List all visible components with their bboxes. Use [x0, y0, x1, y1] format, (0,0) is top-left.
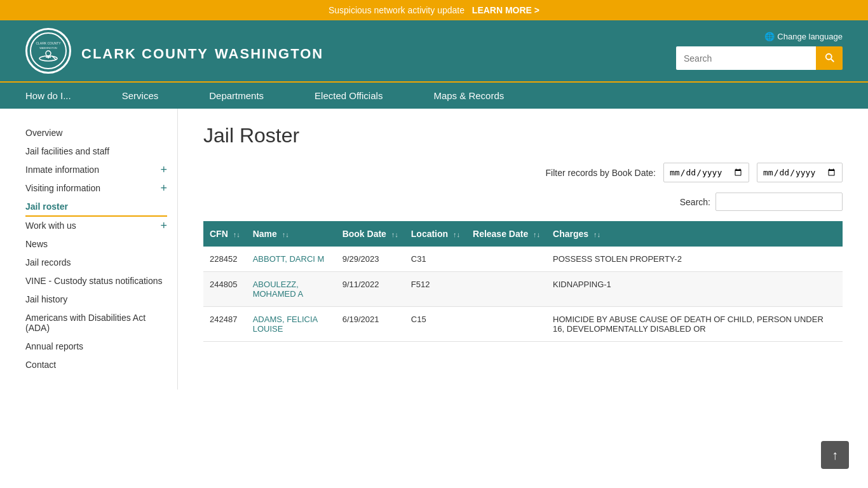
sidebar-item-jail-facilities[interactable]: Jail facilities and staff — [25, 142, 167, 161]
cell-location: C31 — [405, 247, 466, 272]
table-header: CFN ↑↓ Name ↑↓ Book Date ↑↓ Location ↑↓ … — [203, 221, 843, 247]
roster-table: CFN ↑↓ Name ↑↓ Book Date ↑↓ Location ↑↓ … — [203, 221, 843, 342]
table-row: 228452 ABBOTT, DARCI M 9/29/2023 C31 POS… — [203, 247, 843, 272]
sidebar-item-work-with-us: Work with us + — [25, 217, 167, 235]
col-cfn[interactable]: CFN ↑↓ — [203, 221, 247, 247]
filter-row: Filter records by Book Date: — [203, 163, 843, 182]
top-banner: Suspicious network activity update LEARN… — [0, 0, 868, 20]
sidebar-item-jail-roster[interactable]: Jail roster — [25, 198, 167, 217]
table-search-input[interactable] — [715, 193, 843, 211]
sidebar-item-vine[interactable]: VINE - Custody status notifications — [25, 272, 167, 290]
cell-charges: KIDNAPPING-1 — [546, 272, 843, 307]
col-name[interactable]: Name ↑↓ — [247, 221, 336, 247]
nav-elected-officials[interactable]: Elected Officials — [289, 83, 408, 109]
name-link[interactable]: ABBOTT, DARCI M — [253, 254, 325, 264]
logo: CLARK COUNTY WASHINGTON — [25, 28, 71, 74]
name-link[interactable]: ABOULEZZ, MOHAMED A — [253, 280, 303, 299]
change-language-button[interactable]: 🌐 Change language — [764, 32, 843, 41]
filter-date-to[interactable] — [757, 163, 843, 182]
cell-cfn: 228452 — [203, 247, 247, 272]
name-link[interactable]: ADAMS, FELICIA LOUISE — [253, 315, 318, 334]
col-release-date[interactable]: Release Date ↑↓ — [466, 221, 546, 247]
sidebar-item-overview[interactable]: Overview — [25, 124, 167, 142]
sidebar-item-contact[interactable]: Contact — [25, 356, 167, 374]
sidebar: Overview Jail facilities and staff Inmat… — [0, 109, 178, 390]
cell-location: C15 — [405, 307, 466, 342]
main-content: Jail Roster Filter records by Book Date:… — [178, 109, 868, 390]
search-row: Search: — [203, 193, 843, 211]
search-label: Search: — [680, 197, 710, 207]
svg-text:WASHINGTON: WASHINGTON — [39, 46, 57, 50]
table-row: 244805 ABOULEZZ, MOHAMED A 9/11/2022 F51… — [203, 272, 843, 307]
col-book-date[interactable]: Book Date ↑↓ — [336, 221, 405, 247]
expand-icon-2[interactable]: + — [160, 182, 167, 195]
page-title: Jail Roster — [203, 124, 843, 147]
search-input[interactable] — [676, 46, 816, 70]
cell-book-date: 9/29/2023 — [336, 247, 405, 272]
expand-icon[interactable]: + — [160, 163, 167, 177]
sidebar-item-jail-history[interactable]: Jail history — [25, 290, 167, 309]
cell-charges: POSSESS STOLEN PROPERTY-2 — [546, 247, 843, 272]
sidebar-item-ada[interactable]: Americans with Disabilities Act (ADA) — [25, 309, 167, 337]
table-body: 228452 ABBOTT, DARCI M 9/29/2023 C31 POS… — [203, 247, 843, 342]
search-bar — [676, 46, 843, 70]
content-wrapper: Overview Jail facilities and staff Inmat… — [0, 109, 868, 390]
cell-name: ABOULEZZ, MOHAMED A — [247, 272, 336, 307]
search-button[interactable] — [816, 46, 843, 70]
cell-name: ABBOTT, DARCI M — [247, 247, 336, 272]
cell-book-date: 9/11/2022 — [336, 272, 405, 307]
logo-icon: CLARK COUNTY WASHINGTON — [29, 32, 67, 70]
col-charges[interactable]: Charges ↑↓ — [546, 221, 843, 247]
nav-how-do-i[interactable]: How do I... — [0, 83, 97, 109]
header: CLARK COUNTY WASHINGTON Clark County WAS… — [0, 20, 868, 81]
nav-maps-records[interactable]: Maps & Records — [408, 83, 529, 109]
table-row: 242487 ADAMS, FELICIA LOUISE 6/19/2021 C… — [203, 307, 843, 342]
banner-link[interactable]: LEARN MORE > — [472, 5, 539, 15]
sidebar-item-visiting-info: Visiting information + — [25, 179, 167, 198]
cell-name: ADAMS, FELICIA LOUISE — [247, 307, 336, 342]
sidebar-item-annual-reports[interactable]: Annual reports — [25, 337, 167, 356]
svg-text:CLARK COUNTY: CLARK COUNTY — [36, 41, 61, 45]
filter-label: Filter records by Book Date: — [545, 168, 656, 178]
sidebar-item-inmate-info: Inmate information + — [25, 161, 167, 179]
svg-point-4 — [46, 51, 51, 56]
cell-book-date: 6/19/2021 — [336, 307, 405, 342]
nav-services[interactable]: Services — [97, 83, 184, 109]
header-right: 🌐 Change language — [676, 32, 843, 70]
header-left: CLARK COUNTY WASHINGTON Clark County WAS… — [25, 28, 323, 74]
site-title: Clark County WASHINGTON — [81, 37, 323, 64]
filter-date-from[interactable] — [663, 163, 749, 182]
cell-location: F512 — [405, 272, 466, 307]
cell-cfn: 244805 — [203, 272, 247, 307]
cell-release-date — [466, 272, 546, 307]
cell-release-date — [466, 247, 546, 272]
nav-departments[interactable]: Departments — [184, 83, 289, 109]
cell-cfn: 242487 — [203, 307, 247, 342]
cell-release-date — [466, 307, 546, 342]
search-icon — [824, 51, 835, 63]
col-location[interactable]: Location ↑↓ — [405, 221, 466, 247]
site-title-block: Clark County WASHINGTON — [81, 37, 323, 64]
globe-icon: 🌐 — [764, 32, 775, 41]
banner-text: Suspicious network activity update — [329, 5, 465, 15]
sidebar-item-news[interactable]: News — [25, 235, 167, 254]
expand-icon-3[interactable]: + — [160, 219, 167, 233]
cell-charges: HOMICIDE BY ABUSE CAUSE OF DEATH OF CHIL… — [546, 307, 843, 342]
sidebar-item-jail-records[interactable]: Jail records — [25, 254, 167, 272]
main-nav: How do I... Services Departments Elected… — [0, 81, 868, 109]
